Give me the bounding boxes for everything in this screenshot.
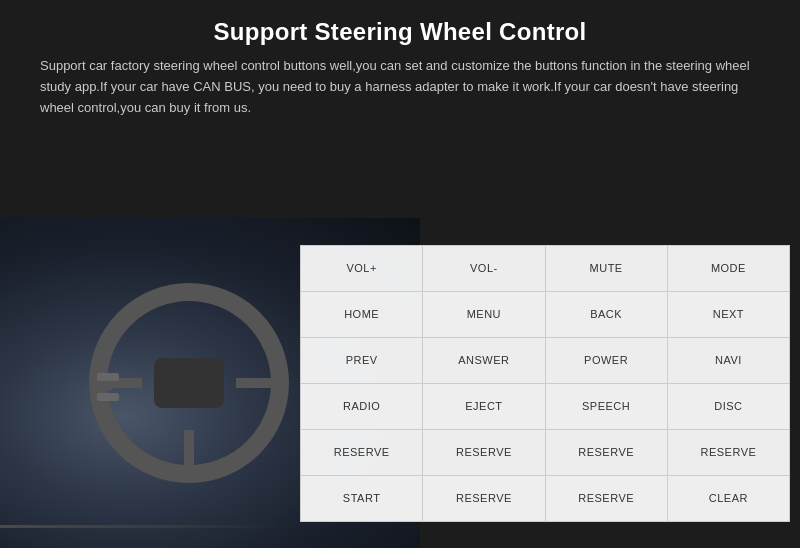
table-row: RESERVERESERVERESERVERESERVE	[301, 429, 790, 475]
table-cell: RESERVE	[301, 429, 423, 475]
table-section: VOL+VOL-MUTEMODEHOMEMENUBACKNEXTPREVANSW…	[290, 218, 800, 548]
steering-wheel-spoke-right	[236, 378, 281, 388]
table-row: RADIOEJECTSPEECHDISC	[301, 383, 790, 429]
sw-btn-2	[97, 384, 113, 390]
table-cell: MUTE	[545, 245, 667, 291]
table-cell: MODE	[667, 245, 789, 291]
table-cell: RESERVE	[545, 429, 667, 475]
steering-wheel-spoke-bottom	[184, 430, 194, 475]
table-cell: RESERVE	[545, 475, 667, 521]
table-row: PREVANSWERPOWERNAVI	[301, 337, 790, 383]
table-row: STARTRESERVERESERVECLEAR	[301, 475, 790, 521]
table-cell: RESERVE	[423, 475, 545, 521]
table-cell: RESERVE	[423, 429, 545, 475]
table-cell: DISC	[667, 383, 789, 429]
dashboard-line	[0, 525, 280, 528]
table-row: HOMEMENUBACKNEXT	[301, 291, 790, 337]
page-title: Support Steering Wheel Control	[40, 18, 760, 46]
table-cell: CLEAR	[667, 475, 789, 521]
table-cell: PREV	[301, 337, 423, 383]
table-cell: START	[301, 475, 423, 521]
table-cell: HOME	[301, 291, 423, 337]
table-cell: BACK	[545, 291, 667, 337]
table-cell: VOL-	[423, 245, 545, 291]
controls-table: VOL+VOL-MUTEMODEHOMEMENUBACKNEXTPREVANSW…	[300, 245, 790, 522]
table-row: VOL+VOL-MUTEMODE	[301, 245, 790, 291]
steering-wheel-hub	[154, 358, 224, 408]
table-cell: ANSWER	[423, 337, 545, 383]
table-cell: NEXT	[667, 291, 789, 337]
table-cell: RESERVE	[667, 429, 789, 475]
table-cell: MENU	[423, 291, 545, 337]
table-cell: RADIO	[301, 383, 423, 429]
page-container: Support Steering Wheel Control Support c…	[0, 0, 800, 548]
steering-wheel-visual	[89, 283, 289, 483]
steering-wheel-buttons	[97, 373, 119, 401]
sw-btn-3	[97, 393, 119, 401]
table-cell: EJECT	[423, 383, 545, 429]
table-cell: VOL+	[301, 245, 423, 291]
description-text: Support car factory steering wheel contr…	[40, 56, 760, 118]
text-section: Support Steering Wheel Control Support c…	[0, 0, 800, 132]
sw-btn-1	[97, 373, 119, 381]
table-cell: SPEECH	[545, 383, 667, 429]
table-cell: NAVI	[667, 337, 789, 383]
bottom-section: VOL+VOL-MUTEMODEHOMEMENUBACKNEXTPREVANSW…	[0, 218, 800, 548]
table-cell: POWER	[545, 337, 667, 383]
